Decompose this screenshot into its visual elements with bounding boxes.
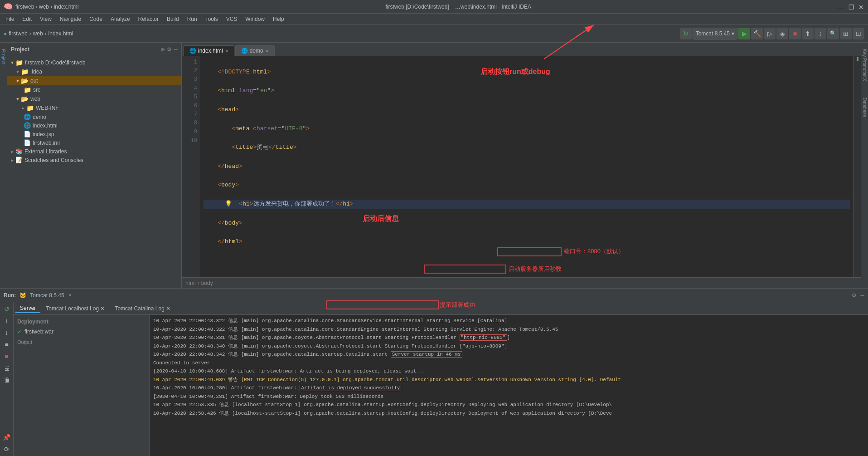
run-panel-body: ↺ ↑ ↓ ≡ ■ 🖨 🗑 📌 ⟳ Server Tomcat Localhos… — [0, 302, 868, 456]
run-main: Server Tomcat Localhost Log ✕ Tomcat Cat… — [14, 302, 868, 456]
gear-settings-icon[interactable]: ⊕ — [160, 46, 165, 53]
tree-item-out[interactable]: ▾ 📂 out — [7, 76, 181, 85]
log-line-5: 10-Apr-2020 22:00:48.342 信息 [main] org.a… — [151, 350, 866, 359]
update-button[interactable]: ↻ — [680, 28, 692, 39]
rerun-button[interactable]: ↺ — [2, 304, 12, 314]
run-config-label[interactable]: Tomcat 8.5.45 — [30, 292, 64, 299]
tree-item-external-libs[interactable]: ▸ 📚 External Libraries — [7, 147, 181, 156]
tree-item-iml[interactable]: 📄 firstweb.iml — [7, 138, 181, 147]
log-line-1: 10-Apr-2020 22:00:48.322 信息 [main] org.a… — [151, 317, 866, 325]
inspect-button[interactable]: 🔍 — [827, 28, 839, 39]
terminal-button[interactable]: ⊡ — [853, 28, 864, 39]
database-tab[interactable]: Database — [861, 95, 868, 120]
diff-button[interactable]: ↕ — [815, 28, 826, 39]
line-numbers: 1 2 3 4 5 6 7 8 9 10 — [182, 56, 200, 277]
sidebar-header: Project ⊕ ⚙ ─ — [7, 43, 181, 56]
run-controls-sidebar: ↺ ↑ ↓ ≡ ■ 🖨 🗑 📌 ⟳ — [0, 302, 14, 456]
deploy-button[interactable]: ⬆ — [802, 28, 814, 39]
tree-item-web[interactable]: ▾ 📂 web — [7, 94, 181, 103]
tab-tomcat-catalina[interactable]: Tomcat Catalina Log ✕ — [110, 304, 175, 313]
clear-button[interactable]: 🗑 — [2, 375, 12, 385]
deploy-check-icon: ✓ — [17, 329, 22, 335]
menu-item-analyze[interactable]: Analyze — [107, 15, 134, 23]
file-tree-panel: Project ⊕ ⚙ ─ ▾ 📁 firstweb D:\Code\first… — [7, 43, 182, 288]
minimize-panel-icon[interactable]: ─ — [174, 46, 178, 53]
tab-close-demo[interactable]: ✕ — [265, 49, 269, 54]
coverage-button[interactable]: ▷ — [764, 28, 776, 39]
editor-tabs: 🌐 index.html ✕ 🌐 demo ✕ — [182, 43, 861, 56]
editor-area: 🌐 index.html ✕ 🌐 demo ✕ 1 2 3 4 5 — [182, 43, 861, 288]
run-panel-header: Run: 🐱 Tomcat 8.5.45 ✕ ⚙ ─ — [0, 289, 868, 302]
tab-server[interactable]: Server — [15, 304, 40, 313]
stop-button[interactable]: ■ — [789, 28, 801, 39]
menu-item-edit[interactable]: Edit — [19, 15, 35, 23]
log-line-7: 10-Apr-2020 22:00:49.039 警告 [RMI TCP Con… — [151, 376, 866, 384]
menu-item-vcs[interactable]: VCS — [223, 15, 241, 23]
breadcrumb-file: index.html — [48, 30, 73, 37]
menu-item-run[interactable]: Run — [184, 15, 201, 23]
toolbar-buttons: ↻ Tomcat 8.5.45 ▾ ▶ 🔨 ▷ ◈ ■ ⬆ ↕ 🔍 ⊞ ⊡ — [680, 28, 864, 39]
layout-button[interactable]: ⊞ — [840, 28, 852, 39]
tree-item-src[interactable]: 📁 src — [7, 85, 181, 94]
tree-item-scratches[interactable]: ▸ 📝 Scratches and Consoles — [7, 156, 181, 164]
tree-item-idea[interactable]: ▾ 📁 .idea — [7, 67, 181, 76]
panel-title: Project — [11, 46, 29, 53]
menu-item-view[interactable]: View — [36, 15, 55, 23]
tab-index-html[interactable]: 🌐 index.html ✕ — [184, 45, 234, 56]
code-content[interactable]: <!DOCTYPE html> <html lang="en"> <head> … — [200, 56, 853, 277]
log-line-3: 10-Apr-2020 22:00:48.331 信息 [main] org.a… — [151, 333, 866, 342]
print-button[interactable]: 🖨 — [2, 363, 12, 373]
run-panel: Run: 🐱 Tomcat 8.5.45 ✕ ⚙ ─ ↺ ↑ ↓ ≡ ■ 🖨 🗑… — [0, 288, 868, 456]
menu-item-tools[interactable]: Tools — [202, 15, 222, 23]
pin-button[interactable]: 📌 — [2, 432, 12, 442]
menu-item-help[interactable]: Help — [269, 15, 288, 23]
refresh-button[interactable]: ⟳ — [2, 444, 12, 454]
code-editor[interactable]: 1 2 3 4 5 6 7 8 9 10 <!DOCTYPE html> <ht… — [182, 56, 861, 277]
menu-item-file[interactable]: File — [2, 15, 18, 23]
menu-item-refactor[interactable]: Refactor — [135, 15, 162, 23]
title-bar: 🧠 firstweb › web › index.html firstweb [… — [0, 0, 868, 14]
menu-item-build[interactable]: Build — [163, 15, 183, 23]
run-tab-icon: 🐱 — [19, 292, 26, 299]
run-content: Deployment ✓ firstweb:war Output 10-Apr-… — [14, 315, 868, 456]
project-tab[interactable]: Project — [0, 46, 7, 67]
tab-demo[interactable]: 🌐 demo ✕ — [235, 45, 275, 56]
output-panel[interactable]: 10-Apr-2020 22:00:48.322 信息 [main] org.a… — [150, 315, 868, 456]
menu-bar: FileEditViewNavigateCodeAnalyzeRefactorB… — [0, 14, 868, 25]
tree-item-webinf[interactable]: ▸ 📁 WEB-INF — [7, 103, 181, 113]
minimize-button[interactable]: — — [838, 4, 844, 10]
run-button[interactable]: ▶ — [738, 28, 750, 39]
log-line-connected: Connected to server — [151, 359, 866, 368]
profile-button[interactable]: ◈ — [776, 28, 788, 39]
menu-item-window[interactable]: Window — [242, 15, 268, 23]
project-name: ● — [4, 30, 7, 37]
soft-wrap-button[interactable]: ≡ — [2, 339, 12, 349]
log-line-8: 10-Apr-2020 10:00:49,280] Artifact first… — [151, 384, 866, 392]
close-button[interactable]: ✕ — [858, 4, 864, 10]
run-panel-minimize[interactable]: ─ — [860, 292, 864, 299]
run-config-selector[interactable]: Tomcat 8.5.45 ▾ — [693, 28, 737, 39]
menu-item-code[interactable]: Code — [86, 15, 106, 23]
toolbar-breadcrumb: ● firstweb › web › index.html — [4, 30, 678, 37]
menu-item-navigate[interactable]: Navigate — [56, 15, 85, 23]
cog-icon[interactable]: ⚙ — [167, 46, 172, 53]
toolbar: ● firstweb › web › index.html ↻ Tomcat 8… — [0, 25, 868, 43]
maximize-button[interactable]: ❐ — [848, 4, 854, 10]
run-config-close[interactable]: ✕ — [68, 293, 72, 298]
tree-item-indexhtml[interactable]: 🌐 index.html — [7, 121, 181, 130]
stop-run-button[interactable]: ■ — [2, 351, 12, 361]
run-config-name: Tomcat 8.5.45 — [696, 30, 730, 37]
tab-close-indexhtml[interactable]: ✕ — [225, 49, 228, 54]
tree-item-indexjsp[interactable]: 📄 index.jsp — [7, 130, 181, 138]
scroll-down-button[interactable]: ↓ — [2, 328, 12, 338]
build-button[interactable]: 🔨 — [751, 28, 763, 39]
title-center: firstweb [D:\Code\firstweb] – …web\index… — [78, 4, 838, 10]
breadcrumb-project: firstweb — [9, 30, 27, 37]
right-vtabs: Key Promoter X Database — [861, 43, 868, 288]
key-promoter-tab[interactable]: Key Promoter X — [861, 46, 868, 84]
tab-tomcat-localhost[interactable]: Tomcat Localhost Log ✕ — [41, 304, 109, 313]
scroll-up-button[interactable]: ↑ — [2, 316, 12, 326]
run-panel-settings[interactable]: ⚙ — [852, 292, 857, 299]
tree-item-demo[interactable]: 🌐 demo — [7, 113, 181, 121]
tree-item-firstweb[interactable]: ▾ 📁 firstweb D:\Code\firstweb — [7, 58, 181, 67]
